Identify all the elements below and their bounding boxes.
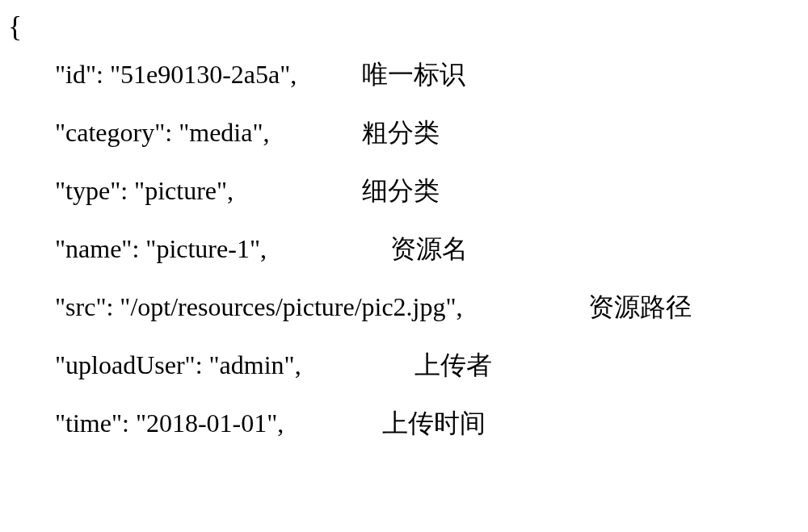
json-line: "id": "51e90130-2a5a", 唯一标识 [8, 57, 800, 93]
json-line: "category": "media", 粗分类 [8, 115, 800, 151]
json-comment: 上传时间 [382, 406, 486, 442]
json-key-value: "category": "media", [55, 118, 362, 148]
json-key-value: "time": "2018-01-01", [55, 408, 382, 438]
json-line: "type": "picture", 细分类 [8, 174, 800, 209]
json-comment: 唯一标识 [362, 57, 465, 93]
json-comment: 细分类 [362, 174, 440, 209]
json-key-value: "id": "51e90130-2a5a", [55, 60, 362, 90]
json-comment: 资源路径 [588, 290, 692, 325]
json-key-value: "src": "/opt/resources/picture/pic2.jpg"… [55, 292, 588, 322]
json-key-value: "name": "picture-1", [55, 234, 390, 264]
json-key-value: "type": "picture", [55, 176, 362, 206]
json-comment: 粗分类 [362, 115, 440, 151]
json-line: "src": "/opt/resources/picture/pic2.jpg"… [8, 290, 800, 325]
open-brace: { [8, 12, 800, 41]
json-line: "time": "2018-01-01", 上传时间 [8, 406, 800, 442]
json-comment: 上传者 [415, 348, 492, 383]
json-line: "uploadUser": "admin", 上传者 [8, 348, 800, 383]
json-line: "name": "picture-1", 资源名 [8, 232, 800, 267]
json-key-value: "uploadUser": "admin", [55, 350, 415, 380]
json-comment: 资源名 [390, 232, 468, 267]
